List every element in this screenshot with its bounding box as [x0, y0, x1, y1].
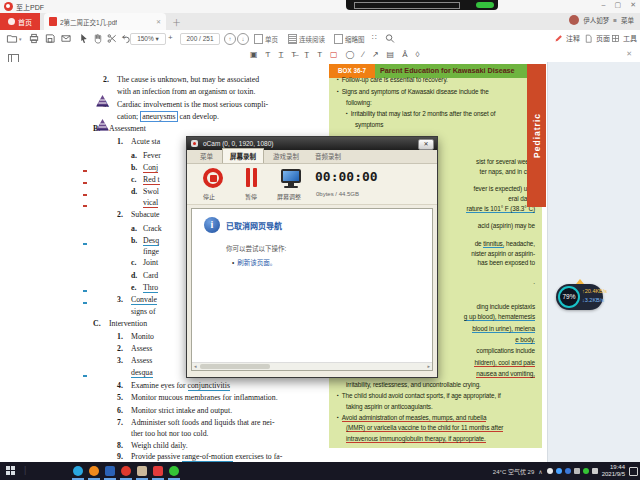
taskbar-app-wechat[interactable] [168, 464, 180, 480]
ocam-tab-3[interactable]: 游戏录制 [266, 149, 306, 163]
menu-button[interactable]: 菜单 [621, 15, 634, 25]
scroll-thumb[interactable] [200, 364, 270, 369]
taskbar: | 24°C 空气优 29 ∧ 19:44 2021/9/5 [0, 462, 640, 480]
save-icon[interactable] [44, 33, 56, 44]
weather-widget[interactable]: 24°C 空气优 29 [493, 467, 534, 476]
doc-line: B.Assessment [85, 124, 335, 135]
share-icon[interactable] [60, 33, 72, 44]
tray-mic-icon[interactable] [547, 468, 553, 474]
memory-percent: 79% [558, 286, 580, 308]
arrow-icon[interactable]: ↗ [372, 48, 379, 61]
taskbar-app-pdf-reader[interactable] [120, 464, 132, 480]
select-cursor-icon[interactable] [78, 33, 90, 44]
user-avatar[interactable] [569, 15, 579, 25]
scroll-right-icon[interactable]: ▸ [427, 363, 430, 370]
image-stamp-icon[interactable]: ▤ [387, 48, 395, 61]
minimize-button[interactable]: – [602, 1, 606, 9]
pyramid-stamp-icon [96, 93, 109, 111]
tray-network-icon[interactable] [592, 468, 598, 474]
refresh-page-link[interactable]: •刷新该页面。 [232, 257, 276, 267]
app-title: 至上PDF [16, 2, 44, 12]
zoom-in-button[interactable]: + [168, 33, 173, 42]
doc-line: cation; aneurysms can develop. [85, 112, 335, 123]
annotate-button[interactable]: 注释 [554, 33, 580, 43]
rectangle-icon[interactable]: ▢ [330, 48, 338, 61]
ocam-tab-2[interactable]: 屏幕录制 [222, 148, 264, 163]
zoom-out-button[interactable]: − [122, 33, 127, 42]
pages-panel-button[interactable]: 页面 [584, 33, 610, 43]
taskbar-app-files[interactable] [88, 464, 100, 480]
tray-device-icon[interactable] [574, 468, 580, 474]
ocam-tabs: 菜单屏幕录制游戏录制音频录制 [187, 150, 437, 164]
tray-expand-icon[interactable]: ∧ [538, 468, 542, 475]
tools-button[interactable]: 工具 [611, 33, 637, 43]
ocam-close-button[interactable]: ✕ [418, 139, 434, 150]
thumbnails-label: 缩略图 [345, 34, 365, 44]
view-continuous[interactable]: 连续阅读 [288, 34, 325, 44]
open-file-icon[interactable] [6, 33, 18, 44]
signature-icon[interactable]: Å [402, 48, 407, 61]
pause-record-icon[interactable] [245, 168, 259, 187]
pediatric-page-tab: Pediatric [527, 64, 546, 207]
ocam-dialog[interactable]: oCam (0, 0, 1920, 1080) ✕ 菜单屏幕录制游戏录制音频录制… [186, 136, 438, 378]
doc-line: 5.Monitor mucous membranes for inflammat… [85, 393, 335, 404]
annotate-label: 注释 [566, 33, 580, 43]
annotation-margin-mark [83, 182, 87, 184]
new-tab-button[interactable]: ＋ [172, 16, 181, 29]
prev-page-button[interactable]: ↑ [224, 33, 236, 45]
document-tab[interactable]: 2第二周正交1几.pdf ✕ [44, 13, 166, 30]
view-single-page[interactable]: 单页 [254, 34, 278, 44]
taskbar-app-notes[interactable] [136, 464, 148, 480]
taskbar-app-music[interactable] [152, 464, 164, 480]
ocam-tab-4[interactable]: 音频录制 [308, 149, 348, 163]
open-caret-icon[interactable]: ▾ [19, 36, 22, 42]
highlight-text-icon[interactable]: Ƭ [266, 48, 271, 61]
notes-icon [137, 466, 147, 476]
ink-icon[interactable]: ◊ [415, 48, 419, 61]
search-icon[interactable] [384, 33, 396, 44]
tools-icon [611, 34, 620, 43]
action-center-icon[interactable] [629, 467, 638, 476]
doc-line: with an infection from an organism or to… [85, 87, 335, 98]
text-comment-icon[interactable]: T [317, 48, 322, 61]
zoom-level[interactable]: 150% ▾ [130, 33, 166, 45]
doc-line: 2.The cause is unknown, but may be assoc… [85, 75, 335, 86]
layout-grid-icon[interactable]: ∷ [372, 33, 377, 42]
tab-close-icon[interactable]: ✕ [156, 18, 161, 25]
ocam-tab-1[interactable]: 菜单 [193, 149, 220, 163]
squiggly-text-icon[interactable]: Ṯ [304, 48, 309, 61]
horizontal-scrollbar[interactable]: ◂ ▸ [192, 362, 432, 370]
scroll-left-icon[interactable]: ◂ [194, 363, 197, 370]
tray-security-icon[interactable] [583, 468, 589, 474]
page-number-input[interactable]: 200 / 251 [180, 33, 220, 45]
close-annotation-toolbar[interactable]: ✕ [626, 50, 632, 58]
line-icon[interactable]: ∕ [363, 48, 364, 61]
snapshot-scissors-icon[interactable] [106, 33, 118, 44]
strikethrough-text-icon[interactable]: T̶ [291, 48, 296, 61]
home-button[interactable]: 首页 [0, 13, 40, 30]
single-page-icon [254, 34, 263, 44]
note-icon[interactable]: ▣ [250, 48, 258, 61]
record-size-info: 0bytes / 44.5GB [316, 191, 359, 197]
print-icon[interactable] [28, 33, 40, 44]
resize-area-icon[interactable] [281, 169, 301, 183]
taskbar-clock[interactable]: 19:44 2021/9/5 [602, 464, 625, 478]
start-button[interactable] [6, 466, 16, 476]
hand-tool-icon[interactable] [92, 33, 104, 44]
ellipse-icon[interactable]: ◯ [346, 48, 355, 61]
next-page-button[interactable]: ↓ [237, 33, 249, 45]
underline-text-icon[interactable]: T̲ [278, 48, 283, 61]
annotation-margin-mark [83, 243, 87, 245]
tray-im-icon[interactable] [556, 468, 562, 474]
speedball-widget[interactable]: 79% ↑20.4KB/s ↓3.2KB/s [556, 284, 603, 310]
taskbar-app-office[interactable] [104, 464, 116, 480]
recording-overlay-button[interactable] [476, 2, 494, 8]
tray-cloud-icon[interactable] [565, 468, 571, 474]
view-thumbnails[interactable]: 缩略图 [334, 34, 365, 44]
taskbar-app-browser[interactable] [72, 464, 84, 480]
close-button[interactable]: ✕ [630, 1, 636, 9]
maximize-button[interactable]: ▢ [615, 1, 622, 9]
stop-record-icon[interactable] [203, 168, 223, 188]
doc-line: 3.Cardiac involvement is the most seriou… [85, 100, 335, 111]
record-timer: 00:00:00 [315, 169, 378, 184]
